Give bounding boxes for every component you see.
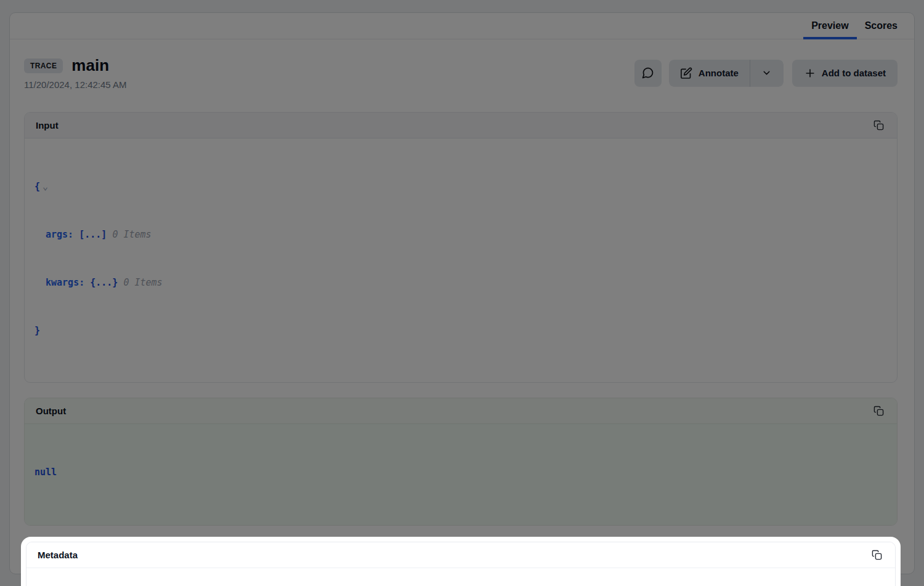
copy-metadata-button[interactable] (869, 548, 884, 563)
metadata-panel-header: Metadata (26, 542, 895, 568)
metadata-panel-title: Metadata (38, 550, 78, 560)
annotate-split-button: Annotate (669, 60, 784, 87)
tab-preview[interactable]: Preview (803, 13, 856, 39)
copy-icon (873, 406, 884, 416)
output-json-viewer: null (25, 424, 897, 525)
trace-toolbar: Annotate Add to dataset (634, 60, 898, 87)
metadata-json-viewer: {⌄ context: "@@@langfuseMedia:type=appli… (26, 568, 895, 586)
copy-input-button[interactable] (871, 118, 886, 133)
output-panel-title: Output (36, 406, 66, 416)
copy-output-button[interactable] (871, 404, 886, 419)
annotate-label: Annotate (699, 68, 739, 78)
copy-icon (872, 550, 882, 560)
input-panel-title: Input (36, 120, 59, 130)
comment-button[interactable] (634, 60, 662, 87)
chevron-down-icon (761, 68, 772, 78)
json-item-count: 0 Items (123, 277, 162, 288)
trace-type-badge: TRACE (24, 58, 63, 73)
tab-preview-label: Preview (811, 20, 848, 31)
metadata-spotlight-ring: Metadata {⌄ context: "@@@langfuseMedia:t… (21, 537, 901, 586)
active-tab-underline (803, 37, 856, 39)
trace-header: TRACE main 11/20/2024, 12:42:45 AM Annot… (24, 56, 898, 90)
collapse-chevron-icon[interactable]: ⌄ (43, 181, 48, 192)
trace-timestamp: 11/20/2024, 12:42:45 AM (24, 79, 127, 90)
json-item-count: 0 Items (112, 229, 151, 240)
preview-scores-tabbar: Preview Scores (10, 13, 914, 39)
annotate-dropdown-button[interactable] (750, 60, 784, 87)
annotate-pencil-icon (680, 67, 692, 79)
trace-identity: TRACE main 11/20/2024, 12:42:45 AM (24, 56, 127, 90)
output-panel-header: Output (25, 398, 897, 424)
tab-scores[interactable]: Scores (857, 13, 906, 39)
trace-detail-panel: Preview Scores TRACE main 11/20/2024, 12… (9, 12, 915, 574)
output-panel: Output null (24, 398, 898, 526)
comment-bubble-icon (641, 66, 654, 79)
json-close-brace: } (34, 325, 40, 336)
trace-title: main (71, 56, 109, 75)
copy-icon (873, 120, 884, 130)
metadata-panel: Metadata {⌄ context: "@@@langfuseMedia:t… (26, 542, 896, 586)
json-open-brace: { (34, 181, 40, 192)
add-to-dataset-label: Add to dataset (822, 68, 886, 78)
annotate-button[interactable]: Annotate (669, 60, 750, 87)
json-value: [...] (79, 229, 107, 240)
json-value: {...} (90, 277, 118, 288)
tab-scores-label: Scores (865, 20, 898, 31)
input-panel-header: Input (25, 113, 897, 138)
output-null-value: null (34, 467, 57, 478)
json-key: args: (46, 229, 73, 240)
plus-icon (804, 67, 816, 79)
add-to-dataset-button[interactable]: Add to dataset (792, 60, 898, 87)
json-key: kwargs: (46, 277, 84, 288)
input-panel: Input {⌄ args: [...] 0 Items kwargs: {..… (24, 112, 898, 383)
input-json-viewer: {⌄ args: [...] 0 Items kwargs: {...} 0 I… (25, 138, 897, 382)
